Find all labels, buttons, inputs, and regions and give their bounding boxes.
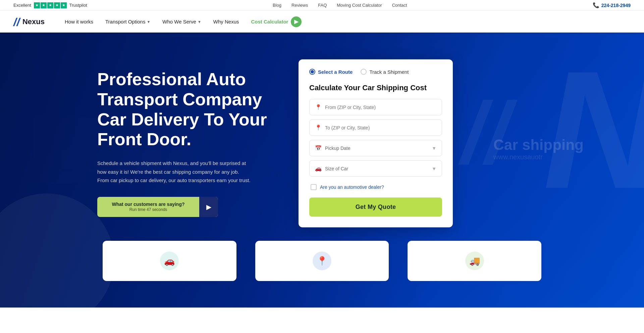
dealer-checkbox-row: Are you an automotive dealer? — [309, 181, 442, 193]
logo-icon: // — [13, 16, 20, 27]
top-bar: Excellent ★ ★ ★ ★ ★ Trustpilot Blog Revi… — [0, 0, 644, 11]
pickup-date-field: 📅 Pickup Date Today Tomorrow Within a we… — [309, 140, 442, 156]
who-we-serve-arrow: ▼ — [198, 20, 201, 24]
from-location-icon: 📍 — [315, 104, 322, 110]
logo-area[interactable]: // Nexus — [13, 16, 45, 27]
card-icon-car: 🚗 — [160, 252, 179, 270]
video-testimonial-button[interactable]: What our customers are saying? Run time … — [97, 197, 218, 217]
tab-track-shipment[interactable]: Track a Shipment — [361, 69, 409, 75]
route-icon: 📍 — [317, 256, 327, 266]
cost-calc-circle-icon: ▶ — [291, 16, 302, 27]
star-2: ★ — [41, 2, 47, 8]
radio-select-route[interactable] — [309, 69, 315, 75]
to-input[interactable] — [325, 125, 436, 130]
video-btn-text-area: What our customers are saying? Run time … — [97, 197, 199, 217]
quote-form-card: Select a Route Track a Shipment Calculat… — [299, 59, 453, 227]
bottom-card-2: 📍 — [255, 241, 389, 281]
main-nav-items: How it works Transport Options ▼ Who We … — [65, 16, 631, 27]
video-btn-title: What our customers are saying? — [104, 202, 193, 207]
trustpilot-label: Trustpilot — [69, 3, 87, 8]
bottom-card-3: 🚚 — [408, 241, 541, 281]
size-of-car-field: 🚗 Size of Car Sedan Coupe SUV Truck Van … — [309, 160, 442, 177]
star-1: ★ — [34, 2, 40, 8]
pickup-date-select[interactable]: Pickup Date Today Tomorrow Within a week… — [325, 146, 428, 151]
bottom-cards-strip: 🚗 📍 🚚 — [0, 241, 644, 294]
logo-text: Nexus — [22, 17, 45, 26]
top-nav-contact[interactable]: Contact — [392, 3, 407, 8]
dealer-checkbox-label[interactable]: Are you an automotive dealer? — [320, 184, 384, 190]
tab-select-route[interactable]: Select a Route — [309, 69, 353, 75]
hero-description: Schedule a vehicle shipment with Nexus, … — [97, 159, 252, 185]
trustpilot-area: Excellent ★ ★ ★ ★ ★ Trustpilot — [13, 2, 87, 8]
star-3: ★ — [47, 2, 53, 8]
from-input[interactable] — [325, 105, 436, 110]
top-nav-reviews[interactable]: Reviews — [291, 3, 308, 8]
top-nav-blog[interactable]: Blog — [273, 3, 281, 8]
size-of-car-select[interactable]: Size of Car Sedan Coupe SUV Truck Van Mi… — [325, 166, 428, 171]
to-location-icon: 📍 — [315, 124, 322, 131]
nav-transport-options[interactable]: Transport Options ▼ — [105, 19, 150, 24]
video-btn-subtitle: Run time 47 seconds — [129, 207, 167, 212]
phone-number: 224-218-2949 — [601, 3, 631, 8]
top-nav: Blog Reviews FAQ Moving Cost Calculator … — [273, 3, 407, 8]
hero-title: Professional Auto Transport Company Car … — [97, 69, 272, 150]
nav-who-we-serve[interactable]: Who We Serve ▼ — [162, 19, 201, 24]
dealer-checkbox[interactable] — [311, 184, 317, 190]
video-play-button[interactable]: ▶ — [199, 197, 218, 217]
phone-icon: 📞 — [593, 2, 599, 8]
main-nav: // Nexus How it works Transport Options … — [0, 11, 644, 33]
pickup-date-chevron: ▼ — [432, 146, 436, 151]
hero-section: N Car shipping www.nexusauotr // Profess… — [0, 33, 644, 308]
cost-calculator-button[interactable]: Cost Calculator ▶ — [251, 16, 302, 27]
tab-select-route-label: Select a Route — [318, 69, 353, 75]
car-size-icon: 🚗 — [315, 165, 322, 172]
card-icon-route: 📍 — [313, 252, 331, 270]
excellent-text: Excellent — [13, 3, 31, 8]
car-icon: 🚗 — [164, 256, 175, 266]
get-quote-button[interactable]: Get My Quote — [309, 198, 442, 217]
top-nav-moving-cost[interactable]: Moving Cost Calculator — [337, 3, 382, 8]
tab-track-shipment-label: Track a Shipment — [369, 69, 409, 75]
star-rating: ★ ★ ★ ★ ★ — [34, 2, 67, 8]
phone-area[interactable]: 📞 224-218-2949 — [593, 2, 631, 8]
form-tabs: Select a Route Track a Shipment — [309, 69, 442, 75]
arrow-right-icon: ▶ — [294, 18, 298, 25]
size-of-car-chevron: ▼ — [432, 166, 436, 171]
transport-options-arrow: ▼ — [147, 20, 150, 24]
form-heading: Calculate Your Car Shipping Cost — [309, 84, 442, 92]
truck-icon: 🚚 — [469, 256, 480, 266]
bottom-card-1: 🚗 — [103, 241, 236, 281]
nav-why-nexus[interactable]: Why Nexus — [213, 19, 239, 24]
radio-track-shipment[interactable] — [361, 69, 367, 75]
to-field: 📍 — [309, 119, 442, 136]
card-icon-truck: 🚚 — [465, 252, 484, 270]
from-field: 📍 — [309, 99, 442, 115]
star-5: ★ — [61, 2, 67, 8]
calendar-icon: 📅 — [315, 145, 322, 151]
nav-how-it-works[interactable]: How it works — [65, 19, 93, 24]
hero-left: Professional Auto Transport Company Car … — [97, 59, 272, 217]
hero-content: Professional Auto Transport Company Car … — [0, 33, 644, 247]
star-4: ★ — [54, 2, 60, 8]
top-nav-faq[interactable]: FAQ — [318, 3, 327, 8]
play-icon: ▶ — [206, 203, 211, 211]
